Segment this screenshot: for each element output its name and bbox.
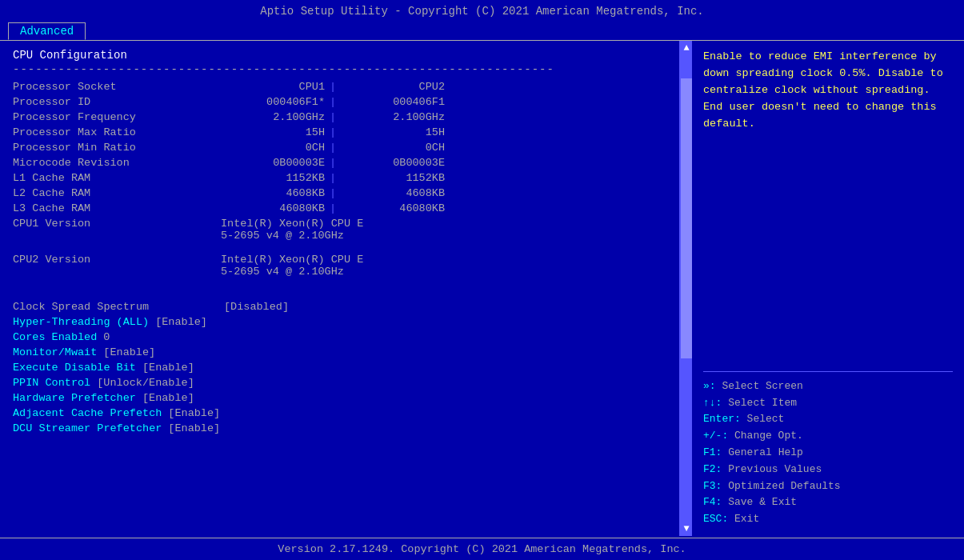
- main-content: CPU Configuration ----------------------…: [0, 40, 964, 536]
- nav-f4: F4: Save & Exit: [703, 494, 953, 511]
- left-panel: CPU Configuration ----------------------…: [0, 41, 681, 536]
- section-title: CPU Configuration: [13, 49, 666, 62]
- title-text: Aptio Setup Utility - Copyright (C) 2021…: [260, 5, 704, 18]
- row-processor-max-ratio: Processor Max Ratio 15H | 15H: [13, 126, 666, 141]
- nav-change-opt: +/-: Change Opt.: [703, 428, 953, 445]
- row-clock-spread: Clock Spread Spectrum [Disabled]: [13, 301, 666, 315]
- nav-esc: ESC: Exit: [703, 511, 953, 528]
- scroll-thumb[interactable]: [681, 78, 692, 358]
- footer: Version 2.17.1249. Copyright (C) 2021 Am…: [0, 538, 964, 560]
- title-bar: Aptio Setup Utility - Copyright (C) 2021…: [0, 0, 964, 21]
- row-hardware-prefetcher[interactable]: Hardware Prefetcher [Enable]: [13, 392, 666, 406]
- row-cpu2-version: CPU2 Version Intel(R) Xeon(R) CPU E5-269…: [13, 254, 666, 278]
- footer-text: Version 2.17.1249. Copyright (C) 2021 Am…: [278, 543, 686, 555]
- row-cpu1-version: CPU1 Version Intel(R) Xeon(R) CPU E5-269…: [13, 218, 666, 242]
- row-processor-min-ratio: Processor Min Ratio 0CH | 0CH: [13, 142, 666, 156]
- row-hyper-threading[interactable]: Hyper-Threading (ALL) [Enable]: [13, 316, 666, 330]
- nav-f1: F1: General Help: [703, 445, 953, 462]
- nav-select-screen: »: Select Screen: [703, 378, 953, 395]
- scroll-down-arrow[interactable]: ▼: [683, 522, 689, 536]
- right-panel: Enable to reduce EMI interference by dow…: [692, 41, 964, 536]
- row-l1-cache: L1 Cache RAM 1152KB | 1152KB: [13, 172, 666, 186]
- row-l3-cache: L3 Cache RAM 46080KB | 46080KB: [13, 202, 666, 217]
- row-ppin-control[interactable]: PPIN Control [Unlock/Enable]: [13, 377, 666, 391]
- separator: ----------------------------------------…: [13, 63, 666, 76]
- row-cores-enabled[interactable]: Cores Enabled 0: [13, 331, 666, 346]
- tab-bar: Advanced: [0, 21, 964, 40]
- tab-advanced[interactable]: Advanced: [8, 22, 86, 40]
- nav-f2: F2: Previous Values: [703, 462, 953, 478]
- nav-select-item: ↑↓: Select Item: [703, 395, 953, 412]
- scroll-track[interactable]: [681, 55, 692, 522]
- row-adjacent-cache[interactable]: Adjacent Cache Prefetch [Enable]: [13, 407, 666, 422]
- row-microcode-revision: Microcode Revision 0B00003E | 0B00003E: [13, 157, 666, 171]
- row-processor-socket: Processor Socket CPU1 | CPU2: [13, 81, 666, 95]
- nav-f3: F3: Optimized Defaults: [703, 478, 953, 495]
- row-dcu-streamer[interactable]: DCU Streamer Prefetcher [Enable]: [13, 422, 666, 437]
- nav-enter: Enter: Select: [703, 411, 953, 428]
- row-processor-id: Processor ID 000406F1* | 000406F1: [13, 96, 666, 110]
- help-text: Enable to reduce EMI interference by dow…: [703, 49, 953, 365]
- row-processor-frequency: Processor Frequency 2.100GHz | 2.100GHz: [13, 111, 666, 126]
- row-l2-cache: L2 Cache RAM 4608KB | 4608KB: [13, 187, 666, 202]
- row-monitor-mwait[interactable]: Monitor/Mwait [Enable]: [13, 346, 666, 361]
- row-execute-disable[interactable]: Execute Disable Bit [Enable]: [13, 362, 666, 376]
- scrollbar[interactable]: ▲ ▼: [681, 41, 692, 536]
- scroll-up-arrow[interactable]: ▲: [683, 41, 689, 55]
- nav-help: »: Select Screen ↑↓: Select Item Enter: …: [703, 371, 953, 528]
